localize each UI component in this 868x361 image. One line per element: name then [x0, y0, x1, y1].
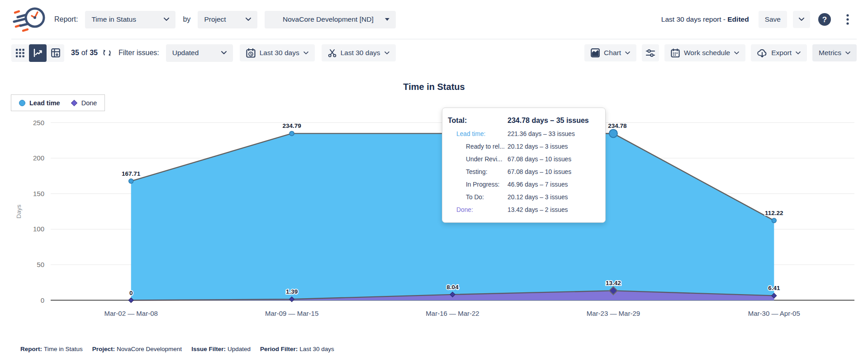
chart-legend: Lead timeDone	[11, 94, 105, 111]
tooltip-row-label: In Progress:	[448, 181, 508, 188]
data-label: 234.79	[282, 122, 301, 129]
tooltip-row-label: Ready to rel...	[448, 143, 508, 150]
legend-label: Lead time	[29, 99, 60, 107]
y-tick-label: 0	[41, 296, 44, 304]
tooltip-row-total: Total:234.78 days – 35 issues	[448, 113, 598, 127]
tooltip-row-value: 20.12 days – 3 issues	[508, 143, 598, 150]
tooltip-row-value: 67.08 days – 10 issues	[508, 169, 598, 175]
tooltip-row-value: 234.78 days – 35 issues	[508, 117, 598, 125]
lead-time-point[interactable]	[609, 129, 617, 137]
y-tick-label: 250	[33, 119, 44, 127]
time-in-status-app: Report: Time in Status by Project NovaCo…	[0, 0, 868, 361]
legend-label: Done	[81, 99, 97, 107]
diamond-marker-icon	[71, 99, 77, 106]
circle-marker-icon	[19, 100, 25, 106]
time-in-status-chart: 050100150200250DaysMar-02 — Mar-08Mar-09…	[0, 0, 868, 361]
tooltip-row-done: Done:13.42 days – 2 issues	[448, 203, 598, 216]
x-axis-label: Mar-30 — Apr-05	[748, 309, 800, 317]
tooltip-row-label: Under Revi...	[448, 156, 508, 163]
tooltip-row-label: Done:	[448, 206, 508, 213]
tooltip-row-value: 67.08 days – 10 issues	[508, 156, 598, 163]
data-label: 234.78	[608, 122, 627, 129]
x-axis-label: Mar-09 — Mar-15	[265, 309, 318, 317]
data-label: 1.39	[286, 288, 298, 295]
data-label: 112.22	[765, 210, 783, 216]
tooltip-row-status: Ready to rel...20.12 days – 3 issues	[448, 140, 598, 153]
tooltip-row-label: Testing:	[448, 169, 508, 175]
x-axis-label: Mar-23 — Mar-29	[587, 309, 640, 317]
tooltip-row-status: In Progress:46.96 days – 7 issues	[448, 178, 598, 191]
tooltip-row-status: Testing:67.08 days – 10 issues	[448, 165, 598, 178]
y-axis-title: Days	[15, 204, 22, 218]
tooltip-row-status: Under Revi...67.08 days – 10 issues	[448, 153, 598, 165]
tooltip-row-value: 13.42 days – 2 issues	[508, 206, 598, 213]
chart-title: Time in Status	[0, 82, 868, 92]
data-label: 0	[129, 290, 133, 296]
legend-item-done[interactable]: Done	[71, 99, 97, 107]
tooltip-row-status: To Do:20.12 days – 3 issues	[448, 191, 598, 203]
x-axis-label: Mar-02 — Mar-08	[104, 309, 158, 317]
tooltip-row-leadtime: Lead time:221.36 days – 33 issues	[448, 127, 598, 140]
tooltip-row-value: 221.36 days – 33 issues	[508, 131, 598, 137]
y-tick-label: 50	[37, 261, 44, 268]
lead-time-point[interactable]	[129, 179, 133, 183]
tooltip-row-value: 20.12 days – 3 issues	[508, 194, 598, 201]
y-tick-label: 200	[33, 154, 44, 162]
x-axis-label: Mar-16 — Mar-22	[426, 309, 479, 317]
data-label: 8.04	[446, 284, 459, 291]
data-label: 167.71	[122, 170, 141, 177]
tooltip-row-label: To Do:	[448, 194, 508, 201]
lead-time-point[interactable]	[289, 131, 294, 136]
tooltip-row-label: Total:	[448, 117, 508, 125]
y-tick-label: 150	[33, 190, 44, 197]
chart-tooltip: Total:234.78 days – 35 issuesLead time:2…	[442, 108, 606, 223]
data-label: 6.41	[768, 285, 780, 291]
lead-time-point[interactable]	[772, 218, 776, 223]
tooltip-row-label: Lead time:	[448, 131, 508, 137]
legend-item-lead-time[interactable]: Lead time	[19, 99, 60, 107]
data-label: 13.42	[606, 280, 621, 286]
y-tick-label: 100	[33, 225, 44, 233]
tooltip-row-value: 46.96 days – 7 issues	[508, 181, 598, 188]
